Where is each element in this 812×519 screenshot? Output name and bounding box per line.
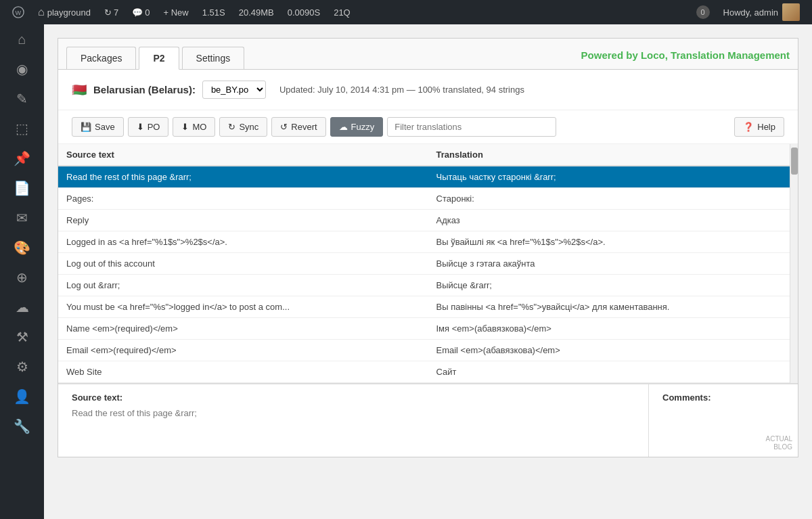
table-header-row: Source text Translation <box>58 144 798 166</box>
tab-p2[interactable]: P2 <box>139 47 179 70</box>
source-panel: Source text: Read the rest of this page … <box>58 384 649 457</box>
sync-icon: ↻ <box>228 122 235 132</box>
site-name-button[interactable]: ⌂ playground <box>31 0 97 24</box>
cell-source: You must be <a href="%s">logged in</a> t… <box>58 296 428 318</box>
table-row[interactable]: ReplyАдказ <box>58 210 798 231</box>
mo-button[interactable]: ⬇ MO <box>173 117 215 137</box>
sidebar-item-dashboard[interactable]: ⌂ <box>0 24 44 54</box>
comments-count: 0 <box>145 7 150 18</box>
tab-settings[interactable]: Settings <box>182 47 245 69</box>
notifications-button[interactable]: 0 <box>690 0 717 24</box>
translation-tbody: Read the rest of this page &rarr;Чытаць … <box>58 166 798 383</box>
source-panel-title: Source text: <box>72 392 635 403</box>
admin-sidebar: ⌂ ◉ ✎ ⬚ 📌 📄 ✉ 🎨 ⊕ ☁ ⚒ ⚙ 👤 🔧 <box>0 24 44 519</box>
table-with-scroll: Source text Translation Read the rest of… <box>58 144 798 383</box>
comments-button[interactable]: 💬 0 <box>125 0 156 24</box>
table-row[interactable]: Email <em>(required)</em>Email <em>(абав… <box>58 340 798 361</box>
table-container: Source text Translation Read the rest of… <box>58 144 798 383</box>
download-mo-icon: ⬇ <box>181 122 189 132</box>
scrollbar-thumb[interactable] <box>791 148 798 175</box>
updates-button[interactable]: ↻ 7 <box>97 0 125 24</box>
sidebar-item-plugins[interactable]: ⊕ <box>0 263 44 292</box>
table-row[interactable]: Logged in as <a href="%1$s">%2$s</a>.Вы … <box>58 231 798 253</box>
howdy-label: Howdy, admin <box>723 7 778 18</box>
cell-translation: Email <em>(абавязкова)</em> <box>428 340 798 361</box>
sidebar-item-tools2[interactable]: 🔧 <box>0 411 44 441</box>
sidebar-item-users[interactable]: 👤 <box>0 382 44 411</box>
language-select-wrapper: be_BY.po <box>202 81 266 99</box>
save-button[interactable]: 💾 Save <box>72 117 124 137</box>
admin-bar-right: 0 Howdy, admin <box>690 0 807 24</box>
po-button[interactable]: ⬇ PO <box>128 117 169 137</box>
language-status: Updated: July 10, 2014 4:31 pm — 100% tr… <box>279 85 524 95</box>
cell-translation: Сайт <box>428 361 798 383</box>
bottom-panels: Source text: Read the rest of this page … <box>58 383 798 457</box>
col-header-translation: Translation <box>428 144 798 166</box>
watermark: ACTUAL BLOG <box>766 435 792 451</box>
sidebar-item-appearance[interactable]: ◉ <box>0 54 44 84</box>
cell-translation: Імя <em>(абавязкова)</em> <box>428 318 798 340</box>
main-content: Packages P2 Settings Powered by Loco, Tr… <box>44 24 812 519</box>
cell-source: Read the rest of this page &rarr; <box>58 166 428 188</box>
translation-table: Source text Translation Read the rest of… <box>58 144 798 383</box>
language-flag: 🇧🇾 <box>72 83 87 97</box>
table-row[interactable]: You must be <a href="%s">logged in</a> t… <box>58 296 798 318</box>
sidebar-item-settings[interactable]: ⚙ <box>0 352 44 382</box>
help-button[interactable]: ❓ Help <box>734 117 784 137</box>
sidebar-item-comments[interactable]: ✉ <box>0 203 44 233</box>
translation-toolbar: 💾 Save ⬇ PO ⬇ MO ↻ Sync ↺ Revert ☁ Fuzzy <box>58 110 798 144</box>
perf-3: 0.0090S <box>281 0 327 24</box>
new-content-button[interactable]: + New <box>156 0 195 24</box>
cell-source: Reply <box>58 210 428 231</box>
sidebar-item-posts[interactable]: ✎ <box>0 84 44 114</box>
scrollbar-track[interactable] <box>790 144 798 383</box>
svg-text:W: W <box>16 9 22 16</box>
tab-packages[interactable]: Packages <box>66 47 136 69</box>
source-panel-text: Read the rest of this page &rarr; <box>72 408 635 449</box>
cell-translation: Старонкі: <box>428 188 798 210</box>
table-row[interactable]: Log out of this accountВыйсце з гэтага а… <box>58 253 798 275</box>
col-header-source: Source text <box>58 144 428 166</box>
revert-icon: ↺ <box>280 122 288 132</box>
cell-translation: Выйсце &rarr; <box>428 275 798 296</box>
perf-1: 1.51S <box>196 0 232 24</box>
cell-source: Log out of this account <box>58 253 428 275</box>
table-row[interactable]: Pages:Старонкі: <box>58 188 798 210</box>
table-row[interactable]: Web SiteСайт <box>58 361 798 383</box>
cell-translation: Вы павінны <a href="%s">увайсці</a> для … <box>428 296 798 318</box>
revert-button[interactable]: ↺ Revert <box>271 117 325 137</box>
avatar <box>782 3 800 21</box>
download-po-icon: ⬇ <box>137 122 144 132</box>
cell-translation: Выйсце з гэтага акаўнта <box>428 253 798 275</box>
table-wrapper: Source text Translation Read the rest of… <box>58 144 798 383</box>
language-select[interactable]: be_BY.po <box>202 81 266 99</box>
save-icon: 💾 <box>81 122 91 132</box>
cell-source: Pages: <box>58 188 428 210</box>
table-row[interactable]: Log out &rarr;Выйсце &rarr; <box>58 275 798 296</box>
sidebar-item-themes[interactable]: 🎨 <box>0 233 44 263</box>
sidebar-item-media[interactable]: ⬚ <box>0 114 44 143</box>
cell-source: Name <em>(required)</em> <box>58 318 428 340</box>
cell-source: Logged in as <a href="%1$s">%2$s</a>. <box>58 231 428 253</box>
cell-source: Log out &rarr; <box>58 275 428 296</box>
wp-logo-button[interactable]: W <box>5 0 31 24</box>
sync-button[interactable]: ↻ Sync <box>219 117 267 137</box>
comments-panel-title: Comments: <box>662 392 784 403</box>
notif-circle: 0 <box>696 5 710 19</box>
perf-2: 20.49MB <box>232 0 281 24</box>
howdy-button[interactable]: Howdy, admin <box>717 0 807 24</box>
cell-source: Web Site <box>58 361 428 383</box>
table-row[interactable]: Read the rest of this page &rarr;Чытаць … <box>58 166 798 188</box>
new-label: + New <box>163 7 188 18</box>
sidebar-item-pages[interactable]: 📄 <box>0 173 44 203</box>
help-icon: ❓ <box>743 122 754 132</box>
sidebar-item-tools[interactable]: ⚒ <box>0 322 44 352</box>
fuzzy-button[interactable]: ☁ Fuzzy <box>330 117 384 137</box>
updates-count: 7 <box>114 7 118 18</box>
filter-input[interactable] <box>387 117 556 137</box>
sidebar-item-cloud[interactable]: ☁ <box>0 292 44 322</box>
cloud-icon: ☁ <box>339 122 348 132</box>
sidebar-item-pin[interactable]: 📌 <box>0 143 44 173</box>
admin-bar: W ⌂ playground ↻ 7 💬 0 + New 1.51S 20.49… <box>0 0 812 24</box>
table-row[interactable]: Name <em>(required)</em>Імя <em>(абавязк… <box>58 318 798 340</box>
